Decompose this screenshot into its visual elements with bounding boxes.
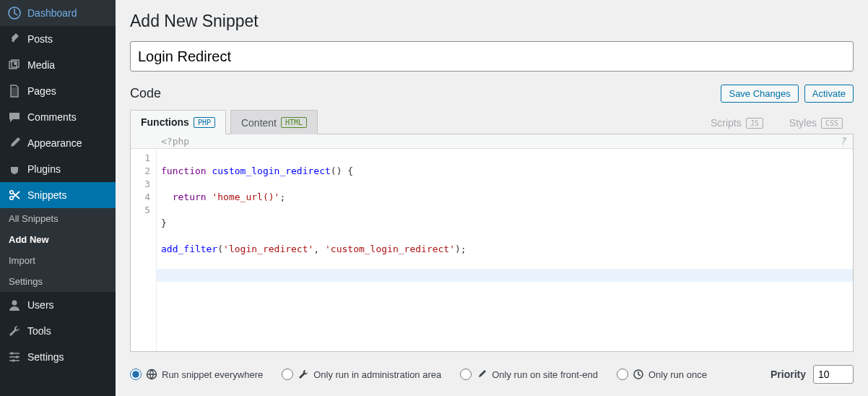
- comment-icon: [7, 110, 22, 124]
- svg-rect-7: [11, 353, 13, 355]
- tab-label: Scripts: [711, 117, 742, 129]
- sidebar-item-label: Settings: [27, 351, 64, 363]
- sidebar-item-label: Appearance: [27, 137, 82, 149]
- sidebar-item-label: Pages: [27, 85, 56, 97]
- sidebar-item-appearance[interactable]: Appearance: [0, 130, 116, 156]
- wrench-icon: [298, 369, 309, 380]
- scope-label: Only run once: [648, 369, 707, 380]
- user-icon: [7, 298, 22, 312]
- plug-icon: [7, 162, 22, 176]
- page-icon: [7, 84, 22, 98]
- tab-scripts[interactable]: Scripts JS: [700, 111, 774, 134]
- tab-label: Content: [241, 117, 277, 129]
- sidebar-item-posts[interactable]: Posts: [0, 26, 116, 52]
- activate-button[interactable]: Activate: [804, 85, 854, 103]
- sidebar-item-label: Snippets: [27, 189, 66, 201]
- sidebar-submenu: All Snippets Add New Import Settings: [0, 208, 116, 292]
- snippet-title-input[interactable]: [130, 41, 854, 72]
- code-section-label: Code: [130, 86, 161, 101]
- submenu-settings[interactable]: Settings: [0, 271, 116, 292]
- submenu-import[interactable]: Import: [0, 250, 116, 271]
- scope-admin[interactable]: Only run in administration area: [282, 369, 441, 380]
- scope-admin-radio[interactable]: [282, 369, 293, 380]
- scope-label: Run snippet everywhere: [162, 369, 263, 380]
- badge-css: CSS: [821, 118, 843, 129]
- scope-everywhere-radio[interactable]: [130, 369, 142, 380]
- sliders-icon: [7, 350, 22, 364]
- svg-point-3: [14, 62, 17, 65]
- svg-point-6: [12, 301, 17, 306]
- sidebar-item-label: Dashboard: [27, 7, 77, 19]
- tab-functions[interactable]: Functions PHP: [130, 110, 226, 134]
- brush-icon: [7, 136, 22, 150]
- sidebar-item-label: Tools: [27, 325, 51, 337]
- sidebar-item-media[interactable]: Media: [0, 52, 116, 78]
- sidebar-item-label: Posts: [27, 33, 53, 45]
- code-editor[interactable]: <?php ? 1 2 3 4 5 function custom_login_…: [130, 134, 854, 352]
- main-content: Add New Snippet Code Save Changes Activa…: [116, 0, 868, 396]
- sidebar-item-snippets[interactable]: Snippets: [0, 182, 116, 208]
- priority-label: Priority: [771, 369, 806, 380]
- sidebar-item-label: Media: [27, 59, 55, 71]
- sidebar-item-comments[interactable]: Comments: [0, 104, 116, 130]
- badge-html: HTML: [281, 117, 307, 128]
- tab-styles[interactable]: Styles CSS: [778, 111, 854, 134]
- pin-icon: [7, 32, 22, 46]
- dashboard-icon: [7, 6, 22, 20]
- svg-rect-9: [12, 360, 14, 362]
- scissors-icon: [7, 188, 22, 202]
- badge-js: JS: [746, 118, 763, 129]
- submenu-add-new[interactable]: Add New: [0, 229, 116, 250]
- tab-content[interactable]: Content HTML: [230, 110, 318, 134]
- sidebar-item-pages[interactable]: Pages: [0, 78, 116, 104]
- tab-label: Functions: [141, 116, 189, 128]
- scope-label: Only run on site front-end: [492, 369, 598, 380]
- media-icon: [7, 58, 22, 72]
- scope-once[interactable]: Only run once: [617, 369, 707, 380]
- badge-php: PHP: [194, 117, 215, 128]
- sidebar-item-tools[interactable]: Tools: [0, 318, 116, 344]
- scope-once-radio[interactable]: [617, 369, 628, 380]
- tab-label: Styles: [789, 117, 817, 129]
- priority-input[interactable]: [813, 365, 854, 384]
- sidebar-item-settings[interactable]: Settings: [0, 344, 116, 370]
- sidebar-item-label: Comments: [27, 111, 77, 123]
- sidebar-item-label: Users: [27, 299, 54, 311]
- scope-frontend[interactable]: Only run on site front-end: [460, 369, 598, 380]
- sidebar-item-dashboard[interactable]: Dashboard: [0, 0, 116, 26]
- sidebar-item-plugins[interactable]: Plugins: [0, 156, 116, 182]
- scope-label: Only run in administration area: [313, 369, 441, 380]
- globe-icon: [146, 369, 157, 380]
- sidebar-item-users[interactable]: Users: [0, 292, 116, 318]
- admin-sidebar: Dashboard Posts Media Pages Comments App…: [0, 0, 116, 396]
- save-changes-button[interactable]: Save Changes: [721, 85, 798, 103]
- sidebar-item-label: Plugins: [27, 163, 61, 175]
- editor-help-icon[interactable]: ?: [833, 134, 853, 148]
- code-area[interactable]: function custom_login_redirect() { retur…: [157, 149, 853, 351]
- page-title: Add New Snippet: [130, 12, 854, 31]
- clock-icon: [633, 369, 644, 380]
- submenu-all-snippets[interactable]: All Snippets: [0, 208, 116, 229]
- line-gutter: 1 2 3 4 5: [131, 149, 157, 351]
- php-open-tag: <?php: [157, 134, 833, 148]
- wrench-icon: [7, 324, 22, 338]
- scope-frontend-radio[interactable]: [460, 369, 472, 380]
- svg-rect-8: [16, 356, 18, 358]
- paintbrush-icon: [476, 369, 487, 380]
- scope-everywhere[interactable]: Run snippet everywhere: [130, 369, 263, 380]
